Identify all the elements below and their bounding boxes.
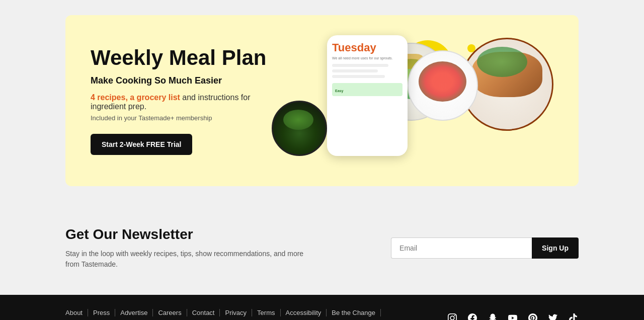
newsletter-left: Get Our Newsletter Stay in the loop with… xyxy=(65,226,307,270)
banner-card: Weekly Meal Plan Make Cooking So Much Ea… xyxy=(65,15,579,186)
pinterest-icon[interactable] xyxy=(527,312,538,320)
tiktok-icon[interactable] xyxy=(568,312,579,320)
banner-images: Tuesday We all need more uses for our sp… xyxy=(272,35,553,166)
youtube-icon[interactable] xyxy=(507,312,518,320)
footer-links: About Press Advertise Careers Contact Pr… xyxy=(65,309,447,320)
banner-title: Weekly Meal Plan xyxy=(91,46,272,69)
newsletter-desc: Stay in the loop with weekly recipes, ti… xyxy=(65,249,307,270)
phone-content-lines xyxy=(332,64,403,78)
signup-button[interactable]: Sign Up xyxy=(532,237,579,259)
footer-link-privacy[interactable]: Privacy xyxy=(220,309,252,316)
banner-section: Weekly Meal Plan Make Cooking So Much Ea… xyxy=(0,0,644,201)
banner-subtitle: Make Cooking So Much Easier xyxy=(91,75,272,86)
newsletter-section: Get Our Newsletter Stay in the loop with… xyxy=(0,201,644,295)
footer-link-be-the-change[interactable]: Be the Change xyxy=(327,309,381,316)
footer-link-careers[interactable]: Careers xyxy=(153,309,187,316)
footer-link-contact[interactable]: Contact xyxy=(187,309,220,316)
phone-badge: Easy xyxy=(335,89,343,93)
food-bowl-salad xyxy=(408,50,478,121)
banner-desc: 4 recipes, a grocery list and instructio… xyxy=(91,93,272,111)
banner-highlight: 4 recipes, a grocery list xyxy=(91,93,180,102)
footer-social xyxy=(447,312,579,320)
phone-day-label: Tuesday xyxy=(332,41,403,54)
snapchat-icon[interactable] xyxy=(487,312,498,320)
facebook-icon[interactable] xyxy=(467,312,478,320)
footer: About Press Advertise Careers Contact Pr… xyxy=(0,295,644,320)
footer-link-advertise[interactable]: Advertise xyxy=(115,309,153,316)
newsletter-title: Get Our Newsletter xyxy=(65,226,307,243)
phone-tagline: We all need more uses for our sprouts. xyxy=(332,56,403,60)
phone-green-bar: Easy xyxy=(332,83,403,96)
newsletter-form: Sign Up xyxy=(391,237,579,259)
email-input[interactable] xyxy=(391,237,532,259)
footer-links-row: About Press Advertise Careers Contact Pr… xyxy=(65,309,579,320)
phone-mockup: Tuesday We all need more uses for our sp… xyxy=(327,35,408,156)
banner-content: Weekly Meal Plan Make Cooking So Much Ea… xyxy=(91,46,272,155)
footer-link-press[interactable]: Press xyxy=(88,309,115,316)
twitter-icon[interactable] xyxy=(547,312,558,320)
page-wrapper: Weekly Meal Plan Make Cooking So Much Ea… xyxy=(0,0,644,320)
instagram-icon[interactable] xyxy=(447,312,458,320)
footer-link-about[interactable]: About xyxy=(65,309,88,316)
food-bowl-dark xyxy=(272,101,327,156)
footer-link-terms[interactable]: Terms xyxy=(252,309,280,316)
cta-button[interactable]: Start 2-Week FREE Trial xyxy=(91,134,192,155)
footer-link-accessibility[interactable]: Accessibility xyxy=(281,309,327,316)
banner-membership: Included in your Tastemade+ membership xyxy=(91,114,272,122)
